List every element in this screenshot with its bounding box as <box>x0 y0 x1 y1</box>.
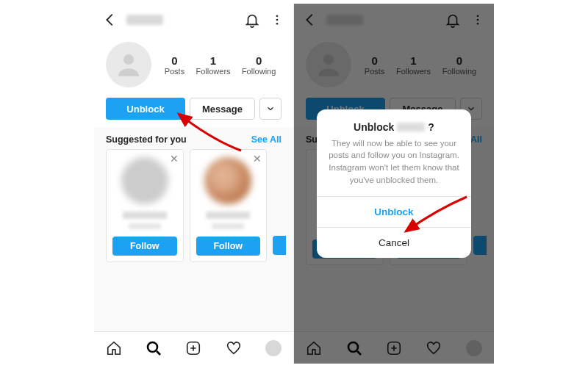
bottom-nav <box>94 331 293 364</box>
nav-avatar <box>265 340 282 356</box>
message-button[interactable]: Message <box>190 98 255 120</box>
svg-point-0 <box>276 15 279 17</box>
stat-label: Following <box>242 67 276 76</box>
topbar <box>94 4 293 36</box>
stat-posts[interactable]: 0 Posts <box>165 54 185 76</box>
profile-nav-icon[interactable] <box>265 339 282 357</box>
dialog-cancel-button[interactable]: Cancel <box>317 227 471 258</box>
suggested-card-peek[interactable] <box>273 149 286 262</box>
action-buttons: Unblock Message <box>94 95 293 127</box>
suggest-toggle-button[interactable] <box>259 98 282 120</box>
username-redacted <box>126 15 163 25</box>
svg-point-3 <box>123 54 134 65</box>
suggested-row: ✕ Follow ✕ Follow <box>94 149 293 262</box>
dialog-unblock-button[interactable]: Unblock <box>317 196 471 227</box>
profile-row: 0 Posts 1 Followers 0 Following <box>94 36 293 95</box>
phone-right: 0 Posts 1 Followers 0 Following Unblock … <box>294 4 494 364</box>
close-icon[interactable]: ✕ <box>170 153 179 165</box>
bell-icon[interactable] <box>243 11 261 29</box>
dialog-title-prefix: Unblock <box>354 121 394 133</box>
svg-point-2 <box>276 23 279 25</box>
close-icon[interactable]: ✕ <box>253 153 262 165</box>
follow-button-peek[interactable] <box>273 236 286 255</box>
stat-value: 0 <box>165 54 185 67</box>
dialog-title-suffix: ? <box>428 121 434 133</box>
suggested-name-redacted <box>206 212 250 219</box>
stats: 0 Posts 1 Followers 0 Following <box>159 54 282 76</box>
suggested-avatar <box>121 157 168 204</box>
suggested-header: Suggested for you See All <box>94 127 293 149</box>
stat-value: 1 <box>196 54 230 67</box>
home-icon[interactable] <box>105 339 123 357</box>
dialog-username-redacted <box>397 123 425 131</box>
screenshots-pair: 0 Posts 1 Followers 0 Following Unblock … <box>94 4 494 364</box>
follow-button[interactable]: Follow <box>196 237 261 256</box>
suggested-name-redacted <box>123 212 167 219</box>
svg-point-1 <box>276 19 279 21</box>
more-icon[interactable] <box>268 11 286 29</box>
dialog-body: They will now be able to see your posts … <box>317 137 471 197</box>
follow-button[interactable]: Follow <box>112 237 177 256</box>
svg-point-4 <box>148 342 157 352</box>
stat-following[interactable]: 0 Following <box>242 54 276 76</box>
new-post-icon[interactable] <box>184 339 202 357</box>
dialog-title: Unblock ? <box>317 109 471 137</box>
suggested-avatar <box>204 157 251 204</box>
suggested-card[interactable]: ✕ Follow <box>106 149 184 262</box>
avatar-placeholder-icon[interactable] <box>106 42 151 87</box>
stat-followers[interactable]: 1 Followers <box>196 54 230 76</box>
modal-overlay[interactable]: Unblock ? They will now be able to see y… <box>294 4 494 364</box>
stat-value: 0 <box>242 54 276 67</box>
see-all-link[interactable]: See All <box>251 134 282 145</box>
search-icon[interactable] <box>145 339 162 357</box>
stat-label: Followers <box>196 67 230 76</box>
back-icon[interactable] <box>101 11 119 29</box>
stat-label: Posts <box>165 67 185 76</box>
suggested-card[interactable]: ✕ Follow <box>190 149 268 262</box>
unblock-dialog: Unblock ? They will now be able to see y… <box>317 109 471 259</box>
suggested-sub-redacted <box>129 223 161 229</box>
suggested-sub-redacted <box>212 223 244 229</box>
phone-left: 0 Posts 1 Followers 0 Following Unblock … <box>94 4 294 364</box>
suggested-title: Suggested for you <box>106 134 187 145</box>
unblock-button[interactable]: Unblock <box>106 98 185 120</box>
activity-icon[interactable] <box>225 339 243 357</box>
